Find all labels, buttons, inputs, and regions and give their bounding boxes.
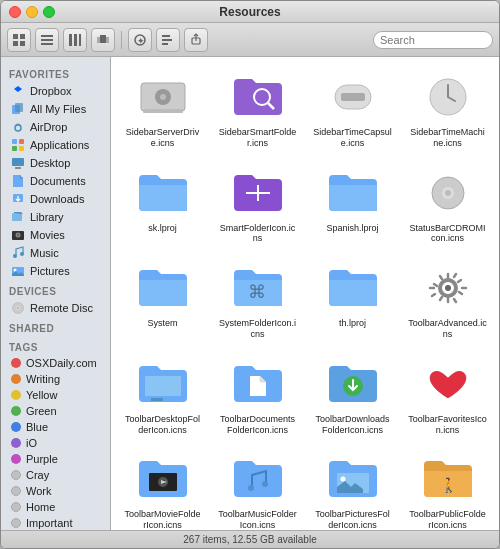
file-item[interactable]: sk.lproj bbox=[119, 161, 206, 249]
svg-rect-7 bbox=[69, 34, 72, 46]
svg-rect-9 bbox=[79, 34, 81, 46]
sidebar-item-remote-disc[interactable]: Remote Disc bbox=[1, 299, 110, 317]
toolbar: ✦ bbox=[1, 23, 499, 57]
file-icon bbox=[135, 356, 191, 412]
icon-view-button[interactable] bbox=[7, 28, 31, 52]
file-item[interactable]: SmartFolderIcon.icns bbox=[214, 161, 301, 249]
sidebar-item-cray[interactable]: Cray bbox=[1, 467, 110, 483]
svg-point-52 bbox=[445, 285, 451, 291]
tag-dot-important bbox=[11, 518, 21, 528]
svg-point-36 bbox=[14, 269, 17, 272]
svg-point-63 bbox=[340, 477, 345, 482]
list-view-button[interactable] bbox=[35, 28, 59, 52]
file-icon bbox=[230, 165, 286, 221]
tag-dot-work bbox=[11, 486, 21, 496]
column-view-button[interactable] bbox=[63, 28, 87, 52]
maximize-button[interactable] bbox=[43, 6, 55, 18]
svg-text:🚶: 🚶 bbox=[440, 477, 458, 494]
sidebar-item-airdrop[interactable]: AirDrop bbox=[1, 118, 110, 136]
file-name: StatusBarCDROMIcon.icns bbox=[408, 223, 487, 245]
sidebar-item-documents[interactable]: Documents bbox=[1, 172, 110, 190]
sidebar-item-library[interactable]: Library bbox=[1, 208, 110, 226]
svg-rect-0 bbox=[13, 34, 18, 39]
main-content: FAVORITES Dropbox All My Files bbox=[1, 57, 499, 530]
file-item[interactable]: SidebarSmartFolder.icns bbox=[214, 65, 301, 153]
sidebar-item-desktop[interactable]: Desktop bbox=[1, 154, 110, 172]
file-item[interactable]: SidebarTimeMachine.icns bbox=[404, 65, 491, 153]
minimize-button[interactable] bbox=[26, 6, 38, 18]
file-item[interactable]: System bbox=[119, 256, 206, 344]
file-item[interactable]: th.lproj bbox=[309, 256, 396, 344]
svg-rect-46 bbox=[341, 93, 365, 101]
sidebar-item-green[interactable]: Green bbox=[1, 403, 110, 419]
traffic-lights bbox=[9, 6, 55, 18]
sidebar-item-important[interactable]: Important bbox=[1, 515, 110, 530]
close-button[interactable] bbox=[9, 6, 21, 18]
coverflow-view-button[interactable] bbox=[91, 28, 115, 52]
svg-point-42 bbox=[160, 94, 166, 100]
music-icon bbox=[11, 246, 25, 260]
share-button[interactable] bbox=[184, 28, 208, 52]
sidebar-item-downloads[interactable]: Downloads bbox=[1, 190, 110, 208]
file-area[interactable]: SidebarServerDrive.icnsSidebarSmartFolde… bbox=[111, 57, 499, 530]
sidebar-item-yellow[interactable]: Yellow bbox=[1, 387, 110, 403]
svg-rect-20 bbox=[15, 103, 23, 112]
title-bar: Resources bbox=[1, 1, 499, 23]
file-item[interactable]: ToolbarDocumentsFolderIcon.icns bbox=[214, 352, 301, 440]
sidebar-item-writing[interactable]: Writing bbox=[1, 371, 110, 387]
shared-label: SHARED bbox=[1, 317, 110, 336]
search-input[interactable] bbox=[373, 31, 493, 49]
pictures-icon bbox=[11, 264, 25, 278]
file-name: SidebarTimeMachine.icns bbox=[408, 127, 487, 149]
sidebar-item-blue[interactable]: Blue bbox=[1, 419, 110, 435]
file-item[interactable]: StatusBarCDROMIcon.icns bbox=[404, 161, 491, 249]
devices-label: DEVICES bbox=[1, 280, 110, 299]
sidebar-item-music[interactable]: Music bbox=[1, 244, 110, 262]
svg-rect-17 bbox=[162, 43, 168, 45]
svg-point-39 bbox=[17, 307, 19, 309]
file-name: ToolbarDownloadsFolderIcon.icns bbox=[313, 414, 392, 436]
file-item[interactable]: ToolbarFavoritesIcon.icns bbox=[404, 352, 491, 440]
svg-rect-11 bbox=[97, 37, 100, 43]
svg-point-32 bbox=[17, 234, 19, 236]
svg-rect-22 bbox=[12, 139, 17, 144]
sidebar-item-dropbox[interactable]: Dropbox bbox=[1, 82, 110, 100]
file-item[interactable]: 🚶ToolbarPublicFolderIcon.icns bbox=[404, 447, 491, 530]
file-item[interactable]: ToolbarMovieFolderIcon.icns bbox=[119, 447, 206, 530]
file-item[interactable]: Spanish.lproj bbox=[309, 161, 396, 249]
tag-dot-osxdaily bbox=[11, 358, 21, 368]
file-item[interactable]: SidebarTimeCapsule.icns bbox=[309, 65, 396, 153]
sidebar-item-home[interactable]: Home bbox=[1, 499, 110, 515]
sidebar-item-movies[interactable]: Movies bbox=[1, 226, 110, 244]
file-item[interactable]: ToolbarMusicFolderIcon.icns bbox=[214, 447, 301, 530]
svg-point-50 bbox=[445, 190, 451, 196]
sidebar-item-applications[interactable]: Applications bbox=[1, 136, 110, 154]
sidebar-item-io[interactable]: iO bbox=[1, 435, 110, 451]
file-icon bbox=[420, 356, 476, 412]
applications-icon bbox=[11, 138, 25, 152]
sidebar-item-work[interactable]: Work bbox=[1, 483, 110, 499]
svg-rect-27 bbox=[15, 167, 21, 169]
svg-text:⌘: ⌘ bbox=[248, 282, 266, 302]
sidebar: FAVORITES Dropbox All My Files bbox=[1, 57, 111, 530]
file-item[interactable]: ToolbarDownloadsFolderIcon.icns bbox=[309, 352, 396, 440]
sidebar-item-pictures[interactable]: Pictures bbox=[1, 262, 110, 280]
svg-rect-53 bbox=[145, 376, 181, 396]
file-name: ToolbarPublicFolderIcon.icns bbox=[408, 509, 487, 530]
file-name: ToolbarAdvanced.icns bbox=[408, 318, 487, 340]
svg-rect-2 bbox=[13, 41, 18, 46]
file-item[interactable]: ToolbarPicturesFolderIcon.icns bbox=[309, 447, 396, 530]
sidebar-item-purple[interactable]: Purple bbox=[1, 451, 110, 467]
arrange-button[interactable] bbox=[156, 28, 180, 52]
file-item[interactable]: SidebarServerDrive.icns bbox=[119, 65, 206, 153]
svg-point-34 bbox=[20, 252, 24, 256]
file-item[interactable]: ⌘SystemFolderIcon.icns bbox=[214, 256, 301, 344]
file-item[interactable]: ToolbarAdvanced.icns bbox=[404, 256, 491, 344]
downloads-icon bbox=[11, 192, 25, 206]
action-button[interactable]: ✦ bbox=[128, 28, 152, 52]
file-icon bbox=[135, 69, 191, 125]
sidebar-item-all-my-files[interactable]: All My Files bbox=[1, 100, 110, 118]
file-item[interactable]: ToolbarDesktopFolderIcon.icns bbox=[119, 352, 206, 440]
svg-text:✦: ✦ bbox=[137, 36, 145, 46]
sidebar-item-osxdaily[interactable]: OSXDaily.com bbox=[1, 355, 110, 371]
